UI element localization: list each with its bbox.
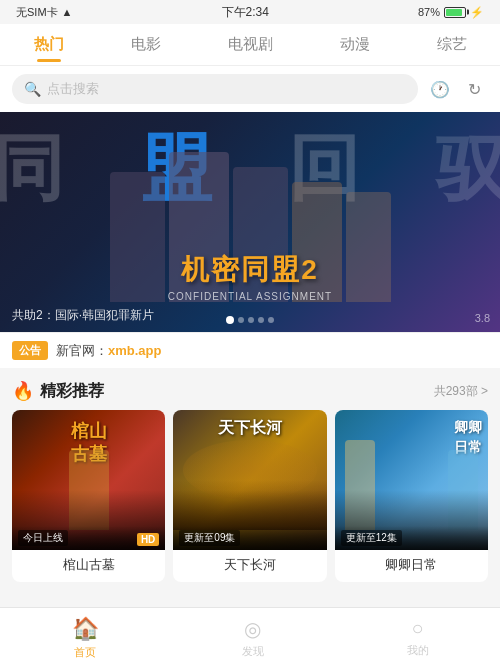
section-title: 🔥 精彩推荐 — [12, 380, 104, 402]
status-right: 87% ⚡ — [418, 6, 484, 19]
movie-title-1: 棺山古墓 — [12, 550, 165, 582]
section-more[interactable]: 共293部 > — [434, 383, 488, 400]
movie-badge-2: 更新至09集 — [173, 526, 326, 550]
dot-1 — [226, 316, 234, 324]
movie-poster-3: 卿卿日常 更新至12集 — [335, 410, 488, 550]
movie-card-2[interactable]: 天下长河 更新至09集 天下长河 — [173, 410, 326, 582]
tab-tv[interactable]: 电视剧 — [216, 27, 285, 62]
charging-icon: ⚡ — [470, 6, 484, 19]
dot-4 — [258, 317, 264, 323]
dot-3 — [248, 317, 254, 323]
movie-title-3: 卿卿日常 — [335, 550, 488, 582]
banner[interactable]: 同 盟 回 驭 机密同盟2 CONFIDENTIAL ASSIGNMENT 共助… — [0, 112, 500, 332]
search-bar: 🔍 点击搜索 🕐 ↻ — [0, 66, 500, 112]
bottom-nav-mine[interactable]: ○ 我的 — [387, 613, 449, 662]
movie-poster-2: 天下长河 更新至09集 — [173, 410, 326, 550]
tab-movie[interactable]: 电影 — [119, 27, 173, 62]
movies-grid: 棺山古墓 今日上线 HD 棺山古墓 天下长河 — [0, 410, 500, 594]
search-actions: 🕐 ↻ — [426, 75, 488, 103]
history-icon[interactable]: 🕐 — [426, 75, 454, 103]
tab-hot[interactable]: 热门 — [22, 27, 76, 62]
search-input-wrap[interactable]: 🔍 点击搜索 — [12, 74, 418, 104]
announcement-bar: 公告 新官网：xmb.app — [0, 332, 500, 368]
banner-date: 3.8 — [475, 312, 490, 324]
wifi-icon: ▲ — [62, 6, 73, 18]
section-title-text: 精彩推荐 — [40, 381, 104, 402]
badge-hd: HD — [137, 533, 159, 546]
home-label: 首页 — [74, 645, 96, 660]
mine-label: 我的 — [407, 643, 429, 658]
badge-update-2: 更新至09集 — [179, 530, 240, 546]
banner-subtitle: CONFIDENTIAL ASSIGNMENT — [168, 291, 332, 302]
discover-icon: ◎ — [244, 617, 261, 641]
battery-percent: 87% — [418, 6, 440, 18]
bottom-nav-home[interactable]: 🏠 首页 — [52, 612, 119, 664]
no-sim-label: 无SIM卡 — [16, 5, 58, 20]
status-bar: 无SIM卡 ▲ 下午2:34 87% ⚡ — [0, 0, 500, 24]
banner-background: 同 盟 回 驭 机密同盟2 CONFIDENTIAL ASSIGNMENT 共助… — [0, 112, 500, 332]
refresh-icon[interactable]: ↻ — [460, 75, 488, 103]
status-left: 无SIM卡 ▲ — [16, 5, 72, 20]
tab-anime[interactable]: 动漫 — [328, 27, 382, 62]
main-content: 热门 电影 电视剧 动漫 综艺 🔍 点击搜索 🕐 ↻ 同 盟 回 驭 — [0, 24, 500, 607]
featured-section-header: 🔥 精彩推荐 共293部 > — [0, 368, 500, 410]
fire-icon: 🔥 — [12, 380, 34, 402]
dot-2 — [238, 317, 244, 323]
discover-label: 发现 — [242, 644, 264, 659]
battery-icon — [444, 7, 466, 18]
announcement-text: 新官网：xmb.app — [56, 342, 161, 360]
movie-badge-1: 今日上线 HD — [12, 526, 165, 550]
status-time: 下午2:34 — [222, 4, 269, 21]
announcement-tag: 公告 — [12, 341, 48, 360]
mine-icon: ○ — [411, 617, 423, 640]
battery-fill — [446, 9, 462, 16]
badge-release: 今日上线 — [18, 530, 68, 546]
search-icon: 🔍 — [24, 81, 41, 97]
banner-bottom-info: 共助2：国际·韩国犯罪新片 — [12, 307, 154, 324]
poster-2-title-overlay: 天下长河 — [218, 418, 282, 439]
banner-dots — [226, 316, 274, 324]
banner-title-overlay: 机密同盟2 CONFIDENTIAL ASSIGNMENT — [168, 251, 332, 302]
nav-tabs: 热门 电影 电视剧 动漫 综艺 — [0, 24, 500, 66]
dot-5 — [268, 317, 274, 323]
movie-badge-3: 更新至12集 — [335, 526, 488, 550]
badge-update-3: 更新至12集 — [341, 530, 402, 546]
banner-main-title: 机密同盟2 — [168, 251, 332, 289]
search-placeholder: 点击搜索 — [47, 80, 99, 98]
announcement-highlight: xmb.app — [108, 343, 161, 358]
tab-variety[interactable]: 综艺 — [425, 27, 479, 62]
bottom-nav: 🏠 首页 ◎ 发现 ○ 我的 — [0, 607, 500, 667]
movie-card-3[interactable]: 卿卿日常 更新至12集 卿卿日常 — [335, 410, 488, 582]
home-icon: 🏠 — [72, 616, 99, 642]
bottom-nav-discover[interactable]: ◎ 发现 — [222, 613, 284, 663]
movie-poster-1: 棺山古墓 今日上线 HD — [12, 410, 165, 550]
movie-card-1[interactable]: 棺山古墓 今日上线 HD 棺山古墓 — [12, 410, 165, 582]
movie-title-2: 天下长河 — [173, 550, 326, 582]
